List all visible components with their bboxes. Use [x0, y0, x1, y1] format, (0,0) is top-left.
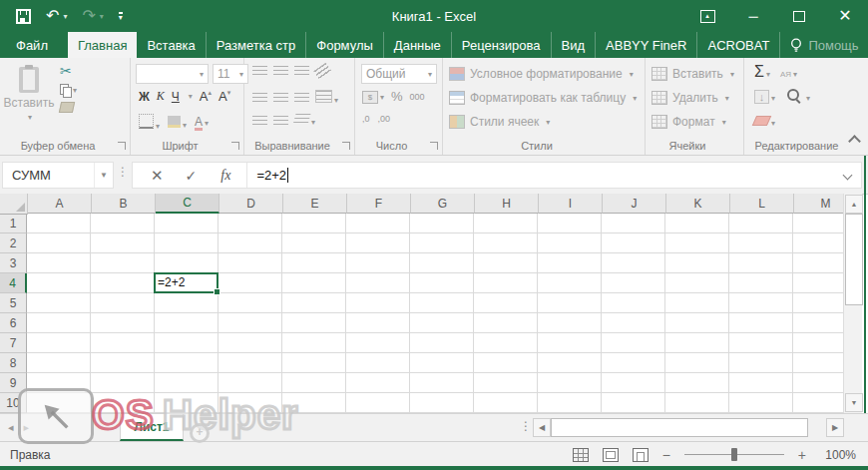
font-size-combobox[interactable]: 11▾	[213, 64, 248, 84]
cell-K5[interactable]	[665, 293, 729, 313]
ribbon-display-options-button[interactable]: ▴	[684, 0, 730, 32]
cell-M9[interactable]	[793, 373, 843, 393]
cell-B9[interactable]	[91, 373, 155, 393]
font-color-button[interactable]: А▾	[195, 115, 209, 131]
fill-handle[interactable]	[214, 288, 220, 295]
conditional-formatting-button[interactable]: Условное форматирование▾	[449, 67, 634, 81]
cell-K1[interactable]	[665, 214, 729, 234]
cell-C1[interactable]	[155, 214, 218, 234]
orientation-button[interactable]	[313, 63, 332, 81]
cell-C7[interactable]	[155, 333, 218, 353]
cell-I3[interactable]	[538, 253, 602, 273]
cell-A5[interactable]	[27, 293, 91, 313]
row-header-9[interactable]: 9	[0, 373, 27, 393]
insert-cells-button[interactable]: Вставить▾	[651, 67, 734, 81]
cell-D1[interactable]	[218, 214, 282, 234]
copy-button[interactable]: ▾	[60, 84, 77, 96]
tab-главная[interactable]: Главная	[68, 32, 137, 58]
cell-M6[interactable]	[793, 313, 843, 333]
comma-style-button[interactable]: 000	[410, 92, 425, 102]
cell-H9[interactable]	[474, 373, 538, 393]
zoom-slider[interactable]	[684, 454, 784, 455]
col-header-I[interactable]: I	[539, 194, 603, 214]
cell-M1[interactable]	[793, 214, 843, 234]
italic-button[interactable]: К	[157, 89, 165, 104]
normal-view-button[interactable]	[573, 448, 589, 462]
cell-B4[interactable]	[91, 273, 155, 293]
tab-рецензирова[interactable]: Рецензирова	[452, 32, 552, 58]
cell-G9[interactable]	[410, 373, 474, 393]
cut-button[interactable]: ✂	[60, 64, 77, 78]
cell-K3[interactable]	[665, 253, 729, 273]
bold-button[interactable]: Ж	[139, 90, 150, 104]
col-header-G[interactable]: G	[411, 194, 475, 214]
cell-F6[interactable]	[346, 313, 410, 333]
cell-L4[interactable]	[729, 273, 793, 293]
cell-J7[interactable]	[602, 333, 665, 353]
col-header-B[interactable]: B	[92, 194, 156, 214]
alignment-dialog-launcher[interactable]	[342, 142, 350, 150]
align-left-button[interactable]	[252, 93, 267, 104]
cancel-button[interactable]: ✕	[151, 167, 164, 185]
zoom-slider-thumb[interactable]	[731, 448, 737, 461]
percent-style-button[interactable]: %	[391, 89, 403, 104]
cell-L6[interactable]	[729, 313, 793, 333]
col-header-K[interactable]: K	[666, 194, 730, 214]
customize-qat-button[interactable]: ▾	[119, 12, 123, 20]
collapse-ribbon-button[interactable]	[848, 135, 861, 148]
cell-A10[interactable]	[27, 393, 91, 413]
fill-color-button[interactable]: ▾	[168, 116, 187, 131]
accounting-format-button[interactable]: $▾	[362, 89, 384, 104]
cell-E5[interactable]	[282, 293, 346, 313]
select-all-corner[interactable]	[0, 194, 28, 215]
clear-button[interactable]: ▾	[754, 115, 775, 129]
clipboard-dialog-launcher[interactable]	[118, 142, 126, 150]
decrease-decimal-button[interactable]: ,00	[378, 114, 391, 124]
cell-G4[interactable]	[410, 273, 474, 293]
cell-A7[interactable]	[27, 333, 91, 353]
minimize-button[interactable]: ─	[730, 0, 776, 32]
name-box[interactable]: СУММ ▼	[2, 162, 114, 189]
cell-J10[interactable]	[602, 393, 665, 413]
underline-dropdown[interactable]: ▾	[189, 92, 193, 101]
cell-G1[interactable]	[410, 214, 474, 234]
find-select-button[interactable]: ▾	[787, 89, 810, 104]
cell-J9[interactable]	[602, 373, 665, 393]
cell-H10[interactable]	[474, 393, 538, 413]
wrap-text-button[interactable]: ▾	[294, 114, 315, 128]
tab-acrobat[interactable]: ACROBAT	[697, 32, 780, 58]
cell-H2[interactable]	[474, 234, 538, 253]
zoom-out-button[interactable]: −	[662, 447, 670, 463]
increase-decimal-button[interactable]: ,0	[362, 114, 370, 124]
cell-I4[interactable]	[538, 273, 602, 293]
cell-B6[interactable]	[91, 313, 155, 333]
cell-F2[interactable]	[346, 234, 410, 253]
cell-A2[interactable]	[27, 234, 91, 253]
tab-данные[interactable]: Данные	[384, 32, 452, 58]
cell-F1[interactable]	[346, 214, 410, 234]
increase-indent-button[interactable]	[273, 116, 288, 127]
tab-разметка-стр[interactable]: Разметка стр	[207, 32, 306, 58]
cell-E8[interactable]	[282, 353, 346, 373]
cell-B7[interactable]	[91, 333, 155, 353]
tab-bar-resize-handle[interactable]: ⋮	[520, 419, 532, 433]
cell-M5[interactable]	[793, 293, 843, 313]
cell-G5[interactable]	[410, 293, 474, 313]
cell-I9[interactable]	[538, 373, 602, 393]
row-header-7[interactable]: 7	[0, 333, 27, 353]
cell-H8[interactable]	[474, 353, 538, 373]
col-header-D[interactable]: D	[219, 194, 283, 214]
cell-B3[interactable]	[91, 253, 155, 273]
col-header-C[interactable]: C	[156, 194, 219, 214]
cell-K6[interactable]	[665, 313, 729, 333]
font-name-combobox[interactable]: ▾	[136, 64, 209, 84]
cell-A4[interactable]	[27, 273, 91, 293]
row-header-6[interactable]: 6	[0, 313, 27, 333]
cell-A8[interactable]	[27, 353, 91, 373]
align-top-button[interactable]	[252, 66, 267, 77]
cell-M3[interactable]	[793, 253, 843, 273]
cell-A6[interactable]	[27, 313, 91, 333]
cell-J1[interactable]	[602, 214, 665, 234]
cell-B2[interactable]	[91, 234, 155, 253]
cell-E10[interactable]	[282, 393, 346, 413]
